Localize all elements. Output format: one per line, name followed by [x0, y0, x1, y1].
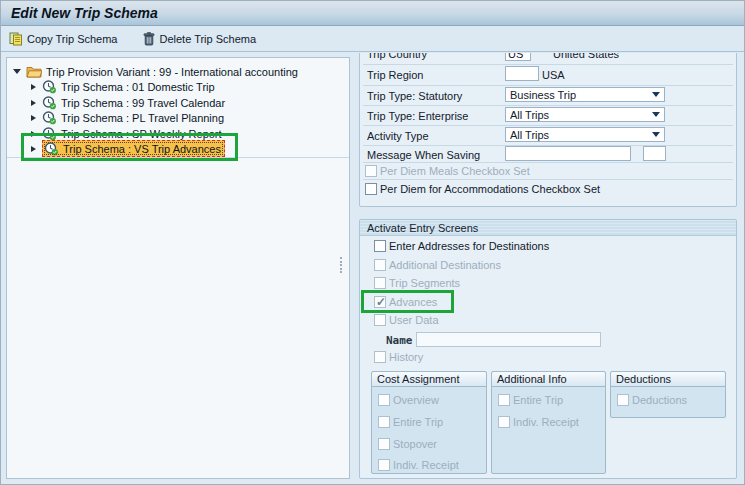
additional-destinations-label: Additional Destinations [389, 259, 501, 271]
deductions-label: Deductions [632, 394, 687, 406]
enter-addresses-label: Enter Addresses for Destinations [389, 240, 549, 252]
copy-trip-schema-button[interactable]: Copy Trip Schema [5, 29, 121, 49]
application-toolbar: Copy Trip Schema Delete Trip Schema [1, 27, 744, 52]
delete-trip-schema-button[interactable]: Delete Trip Schema [139, 29, 260, 49]
message-when-saving-extra-input[interactable] [643, 146, 666, 161]
per-diem-accommodations-checkbox[interactable] [365, 183, 377, 195]
dropdown-value: Business Trip [510, 89, 648, 101]
trip-country-input[interactable] [505, 53, 531, 61]
tree-node-label[interactable]: Trip Provision Variant : 99 - Internatio… [46, 66, 298, 78]
stopover-checkbox [378, 438, 390, 450]
splitter-handle[interactable] [338, 257, 343, 273]
indiv-receipt-label: Indiv. Receipt [513, 416, 579, 428]
stopover-checkbox-row: Stopover [378, 438, 437, 450]
trip-type-statutory-dropdown[interactable]: Business Trip [505, 87, 665, 102]
copy-trip-schema-label: Copy Trip Schema [27, 33, 117, 45]
entire-trip-label: Entire Trip [393, 416, 443, 428]
tree-node-trip-provision-variant[interactable]: Trip Provision Variant : 99 - Internatio… [13, 64, 298, 79]
tree-node-schema-01[interactable]: Trip Schema : 01 Domestic Trip [31, 79, 215, 94]
tree-separator [7, 157, 349, 158]
advances-checkbox [374, 296, 386, 308]
trip-region-input[interactable] [505, 66, 539, 81]
per-diem-accommodations-checkbox-row[interactable]: Per Diem for Accommodations Checkbox Set [365, 183, 600, 195]
activity-type-label: Activity Type [367, 130, 429, 142]
per-diem-accommodations-label: Per Diem for Accommodations Checkbox Set [380, 183, 600, 195]
dropdown-arrow-icon[interactable] [652, 112, 660, 117]
user-data-label: User Data [389, 314, 439, 326]
trip-schema-icon [42, 127, 57, 141]
tree-node-schema-99[interactable]: Trip Schema : 99 Travel Calendar [31, 95, 225, 110]
sap-window: Edit New Trip Schema Copy Trip Schema [0, 0, 745, 485]
enter-addresses-checkbox[interactable] [374, 240, 386, 252]
dropdown-arrow-icon[interactable] [652, 132, 660, 137]
group-title: Cost Assignment [377, 373, 460, 385]
chevron-right-icon[interactable] [31, 131, 36, 137]
chevron-down-icon[interactable] [13, 69, 21, 74]
per-diem-meals-checkbox [365, 165, 377, 177]
overview-checkbox [378, 394, 390, 406]
tree-node-label[interactable]: Trip Schema : 01 Domestic Trip [61, 81, 215, 93]
history-label: History [389, 351, 423, 363]
group-title: Deductions [616, 373, 671, 385]
cost-assignment-group: Cost Assignment Overview Entire Trip Sto… [371, 371, 487, 474]
advances-label: Advances [389, 296, 437, 308]
entire-trip-label: Entire Trip [513, 394, 563, 406]
content-area: Trip Provision Variant : 99 - Internatio… [2, 53, 743, 481]
dropdown-value: All Trips [510, 129, 648, 141]
tree-node-schema-vs-selected[interactable]: Trip Schema : VS Trip Advances [31, 141, 225, 156]
chevron-right-icon[interactable] [31, 84, 36, 90]
indiv-receipt-checkbox [378, 459, 390, 471]
page-title: Edit New Trip Schema [11, 5, 158, 21]
per-diem-meals-label: Per Diem Meals Checkbox Set [380, 165, 530, 177]
advances-checkbox-row: Advances [374, 296, 437, 308]
dropdown-value: All Trips [510, 109, 648, 121]
tree-node-label[interactable]: Trip Schema : 99 Travel Calendar [61, 97, 225, 109]
entire-trip-checkbox-row: Entire Trip [378, 416, 443, 428]
trip-schema-icon [42, 80, 57, 94]
name-field-input [416, 332, 601, 347]
activate-entry-screens-section: Activate Entry Screens Enter Addresses f… [359, 219, 737, 479]
indiv-receipt-checkbox-row: Indiv. Receipt [378, 459, 459, 471]
message-when-saving-input[interactable] [505, 146, 631, 161]
enter-addresses-checkbox-row[interactable]: Enter Addresses for Destinations [374, 240, 549, 252]
trip-schema-settings-form: Trip Country United States Trip Region U… [359, 53, 737, 207]
section-title: Activate Entry Screens [367, 222, 478, 234]
chevron-right-icon[interactable] [31, 115, 36, 121]
history-checkbox-row: History [374, 351, 423, 363]
message-when-saving-label: Message When Saving [367, 149, 480, 161]
additional-info-header: Additional Info [492, 372, 605, 387]
tree-node-label[interactable]: Trip Schema : PL Travel Planning [61, 112, 224, 124]
trip-schema-tree-panel: Trip Provision Variant : 99 - Internatio… [6, 57, 350, 479]
trip-type-statutory-label: Trip Type: Statutory [367, 90, 462, 102]
trip-type-enterprise-dropdown[interactable]: All Trips [505, 107, 665, 122]
deductions-checkbox-row: Deductions [617, 394, 687, 406]
trip-country-label: Trip Country [367, 53, 427, 60]
name-field-label: Name [386, 334, 413, 347]
trip-type-enterprise-label: Trip Type: Enterprise [367, 110, 469, 122]
trip-schema-icon [44, 142, 59, 156]
activate-entry-screens-header: Activate Entry Screens [360, 220, 736, 236]
tree-node-schema-pl[interactable]: Trip Schema : PL Travel Planning [31, 110, 224, 125]
tree-node-schema-sp[interactable]: Trip Schema : SP Weekly Report [31, 126, 222, 141]
trip-region-description: USA [542, 69, 565, 81]
entire-trip-checkbox [378, 416, 390, 428]
per-diem-meals-checkbox-row: Per Diem Meals Checkbox Set [365, 165, 530, 177]
delete-trip-schema-label: Delete Trip Schema [159, 33, 256, 45]
selected-tree-node[interactable]: Trip Schema : VS Trip Advances [42, 140, 225, 157]
tree-node-label[interactable]: Trip Schema : VS Trip Advances [63, 143, 221, 155]
overview-checkbox-row: Overview [378, 394, 439, 406]
title-bar: Edit New Trip Schema [1, 1, 744, 26]
tree-node-label[interactable]: Trip Schema : SP Weekly Report [61, 128, 222, 140]
chevron-right-icon[interactable] [31, 100, 36, 106]
chevron-right-icon[interactable] [31, 146, 36, 152]
copy-icon [9, 32, 23, 46]
overview-label: Overview [393, 394, 439, 406]
entire-trip-checkbox [498, 394, 510, 406]
history-checkbox [374, 351, 386, 363]
cost-assignment-header: Cost Assignment [372, 372, 486, 387]
deductions-checkbox [617, 394, 629, 406]
trip-country-description: United States [553, 53, 619, 60]
entire-trip-checkbox-row: Entire Trip [498, 394, 563, 406]
activity-type-dropdown[interactable]: All Trips [505, 127, 665, 142]
dropdown-arrow-icon[interactable] [652, 92, 660, 97]
